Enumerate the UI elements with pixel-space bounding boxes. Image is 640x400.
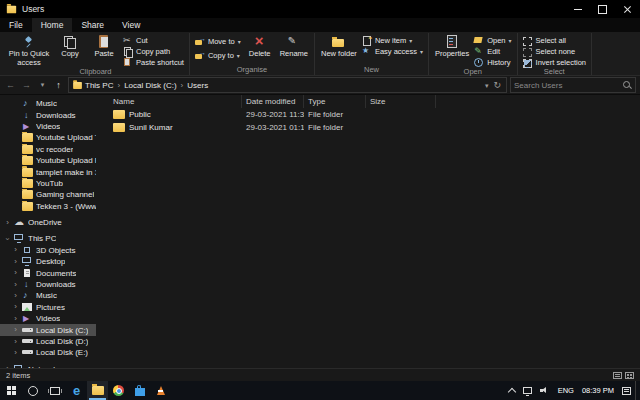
column-header[interactable]: Date modified	[242, 95, 304, 108]
expand-chevron-icon[interactable]	[12, 258, 19, 266]
sidebar-item[interactable]: Desktop	[0, 256, 96, 267]
new-item-button[interactable]: New item	[360, 35, 425, 45]
maximize-button[interactable]	[590, 0, 615, 18]
sidebar-item[interactable]: Local Disk (D:)	[0, 336, 96, 347]
file-row[interactable]: Sunil Kumar 29-03-2021 01:19 ... File fo…	[96, 121, 640, 134]
copy-path-button[interactable]: Copy path	[121, 46, 186, 56]
copy-to-icon	[195, 51, 205, 60]
delete-button[interactable]: Delete	[243, 33, 277, 65]
network-button[interactable]	[519, 381, 536, 400]
expand-chevron-icon[interactable]	[12, 326, 19, 334]
open-button[interactable]: Open	[472, 35, 513, 45]
taskbar-app-button[interactable]	[129, 381, 150, 400]
breadcrumb-item[interactable]: This PC	[83, 81, 122, 90]
expand-chevron-icon[interactable]	[12, 315, 19, 323]
minimize-button[interactable]	[565, 0, 590, 18]
breadcrumb-item[interactable]: Users	[185, 81, 210, 90]
sidebar-item[interactable]: Downloads	[0, 279, 96, 290]
select-all-button[interactable]: Select all	[521, 35, 588, 45]
invert-selection-button[interactable]: Invert selection	[521, 57, 588, 67]
network-icon	[523, 387, 532, 394]
ribbon-tab[interactable]: Share	[72, 18, 113, 32]
search-input[interactable]	[514, 81, 622, 90]
column-header[interactable]: Type	[304, 95, 366, 108]
back-button[interactable]	[4, 78, 17, 92]
expand-chevron-icon[interactable]	[12, 281, 19, 289]
history-button[interactable]: History	[472, 57, 513, 67]
taskbar-app-button[interactable]	[66, 381, 87, 400]
taskbar-app-button[interactable]	[108, 381, 129, 400]
start-button[interactable]	[0, 381, 22, 400]
cut-button[interactable]: Cut	[121, 35, 186, 45]
ribbon-tab[interactable]: View	[113, 18, 149, 32]
search-button[interactable]	[22, 381, 44, 400]
sidebar-item[interactable]: Pictures	[0, 302, 96, 313]
breadcrumb-item[interactable]: Local Disk (C:)	[122, 81, 185, 90]
sidebar-item[interactable]: Local Disk (E:)	[0, 347, 96, 358]
sidebar-item[interactable]: Downloads	[0, 109, 96, 120]
sidebar-item[interactable]: Music	[0, 290, 96, 301]
sidebar-item[interactable]: YouTub	[0, 178, 96, 189]
address-dropdown-icon[interactable]	[485, 80, 489, 90]
paste-shortcut-button[interactable]: Paste shortcut	[121, 57, 186, 67]
sidebar-item[interactable]: Gaming channel	[0, 189, 96, 200]
delete-label: Delete	[249, 50, 271, 59]
copy-button[interactable]: Copy	[53, 33, 87, 67]
address-box[interactable]: This PCLocal Disk (C:)Users	[68, 77, 507, 93]
taskbar-app-button[interactable]	[150, 381, 171, 400]
up-button[interactable]	[52, 78, 65, 92]
expand-chevron-icon[interactable]	[12, 246, 19, 254]
sidebar-item[interactable]: Music	[0, 98, 96, 109]
ribbon-tab[interactable]: Home	[32, 18, 73, 32]
sidebar-item[interactable]: Videos	[0, 121, 96, 132]
recent-locations-button[interactable]	[36, 78, 49, 92]
expand-chevron-icon[interactable]	[12, 338, 19, 346]
refresh-icon[interactable]	[493, 80, 501, 90]
edit-button[interactable]: Edit	[472, 46, 513, 56]
volume-button[interactable]	[536, 381, 554, 400]
pin-to-quick-access-button[interactable]: Pin to Quick access	[5, 33, 53, 67]
sidebar-item[interactable]: Youtube Upload Tech !	[0, 132, 96, 143]
taskbar-app-button[interactable]	[87, 381, 108, 400]
sidebar-item[interactable]: Local Disk (C:)	[0, 324, 96, 335]
copy-to-button[interactable]: Copy to	[193, 49, 243, 62]
expand-chevron-icon[interactable]	[4, 235, 11, 243]
new-folder-button[interactable]: New folder	[318, 33, 360, 65]
details-view-button[interactable]	[613, 372, 622, 379]
sidebar-item[interactable]: OneDrive	[0, 217, 96, 228]
large-icons-view-button[interactable]	[625, 372, 634, 379]
properties-button[interactable]: Properties	[432, 33, 472, 67]
sidebar-item[interactable]: tamplet make in 3d	[0, 166, 96, 177]
rename-button[interactable]: Rename	[277, 33, 311, 65]
sidebar-item[interactable]: Youtube Upload Full '	[0, 155, 96, 166]
column-header[interactable]: Size	[366, 95, 436, 108]
taskbar-app-icon	[135, 388, 145, 396]
move-to-button[interactable]: Move to	[193, 35, 243, 48]
expand-chevron-icon[interactable]	[12, 303, 19, 311]
ribbon-tab[interactable]: File	[0, 18, 32, 32]
sidebar-item[interactable]: vc recoder	[0, 144, 96, 155]
close-button[interactable]	[615, 0, 640, 18]
show-desktop-button[interactable]	[635, 381, 640, 400]
expand-chevron-icon[interactable]	[4, 219, 11, 227]
action-center-button[interactable]	[618, 381, 635, 400]
task-view-button[interactable]	[44, 381, 66, 400]
sidebar-item[interactable]: Videos	[0, 313, 96, 324]
sidebar-item[interactable]: Documents	[0, 267, 96, 278]
paste-button[interactable]: Paste	[87, 33, 121, 67]
select-none-button[interactable]: Select none	[521, 46, 588, 56]
column-header[interactable]: Name	[96, 95, 242, 108]
sidebar-item[interactable]: Tekken 3 - (Www.ApunK	[0, 201, 96, 212]
expand-chevron-icon[interactable]	[12, 292, 19, 300]
hidden-icons-button[interactable]	[505, 381, 519, 400]
sidebar-item[interactable]: 3D Objects	[0, 245, 96, 256]
forward-button[interactable]	[20, 78, 33, 92]
expand-chevron-icon[interactable]	[12, 349, 19, 357]
easy-access-button[interactable]: Easy access	[360, 46, 425, 56]
sidebar-item[interactable]: This PC	[0, 233, 96, 244]
search-box[interactable]	[510, 77, 636, 93]
language-indicator[interactable]: ENG	[554, 381, 578, 400]
file-row[interactable]: Public 29-03-2021 11:39 ... File folder	[96, 108, 640, 121]
clock[interactable]: 08:39 PM	[578, 381, 618, 400]
expand-chevron-icon[interactable]	[12, 269, 19, 277]
